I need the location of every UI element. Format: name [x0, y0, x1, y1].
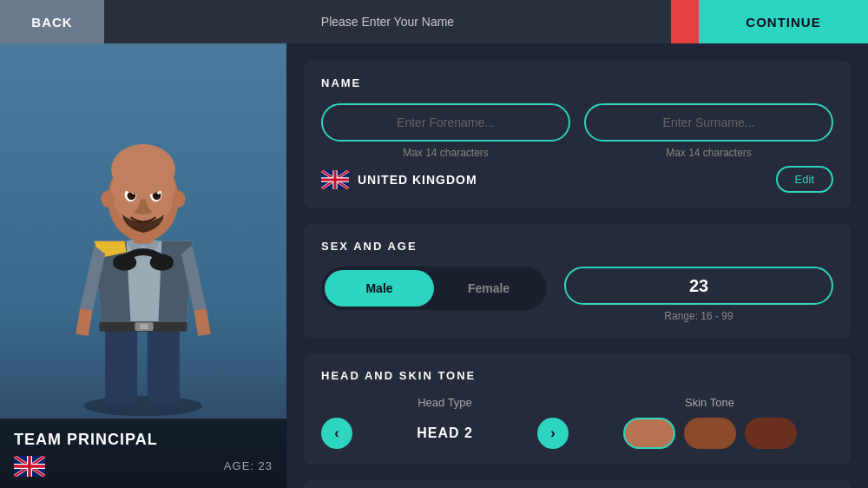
name-prompt-text: Please Enter Your Name: [321, 15, 454, 29]
sex-age-title: SEX AND AGE: [321, 240, 833, 253]
skin-swatch-1[interactable]: [623, 418, 675, 449]
character-figure: [30, 115, 256, 419]
age-value-display: 23: [564, 267, 833, 305]
country-flag-icon: [321, 170, 349, 189]
svg-rect-2: [148, 326, 180, 402]
right-panel: NAME Max 14 characters Max 14 characters: [286, 43, 868, 488]
head-type-area: Head Type ‹ HEAD 2 ›: [321, 396, 569, 449]
left-panel: TEAM PRINCIPAL AGE: 23: [0, 43, 286, 488]
role-label: TEAM PRINCIPAL: [14, 431, 273, 449]
head-skin-title: HEAD AND SKIN TONE: [321, 369, 833, 382]
back-button[interactable]: BACK: [0, 0, 104, 43]
hair-section: HAIR: [304, 480, 851, 488]
skin-swatch-3[interactable]: [745, 418, 797, 449]
head-skin-section: HEAD AND SKIN TONE Head Type ‹ HEAD 2 › …: [304, 353, 851, 465]
sex-age-row: Male Female 23 Range: 16 - 99: [321, 267, 833, 322]
svg-point-0: [84, 396, 202, 416]
surname-input[interactable]: [584, 103, 833, 142]
svg-point-12: [172, 191, 186, 208]
age-wrapper: 23 Range: 16 - 99: [564, 267, 833, 322]
svg-rect-1: [105, 326, 137, 402]
head-selector: ‹ HEAD 2 ›: [321, 418, 569, 449]
head-value-label: HEAD 2: [363, 425, 527, 441]
head-next-button[interactable]: ›: [537, 418, 569, 449]
svg-point-20: [157, 192, 160, 195]
top-bar: BACK Please Enter Your Name CONTINUE: [0, 0, 868, 43]
head-skin-row: Head Type ‹ HEAD 2 › Skin Tone: [321, 396, 833, 449]
gender-toggle: Male Female: [321, 267, 547, 310]
character-label-area: TEAM PRINCIPAL AGE: 23: [0, 419, 286, 488]
forename-input[interactable]: [321, 103, 570, 142]
age-display: AGE: 23: [224, 459, 273, 472]
name-inputs-row: Max 14 characters Max 14 characters: [321, 103, 833, 159]
svg-point-11: [101, 191, 115, 208]
red-indicator: [671, 0, 699, 43]
sex-age-section: SEX AND AGE Male Female 23 Range: 16 - 9…: [304, 224, 851, 338]
svg-rect-5: [140, 324, 148, 329]
female-option[interactable]: Female: [434, 270, 543, 307]
age-flag-row: AGE: 23: [14, 456, 273, 477]
country-name-label: UNITED KINGDOM: [358, 173, 477, 187]
continue-button[interactable]: CONTINUE: [699, 0, 868, 43]
surname-max-label: Max 14 characters: [666, 147, 752, 159]
skin-tone-label: Skin Tone: [685, 396, 734, 409]
country-row: UNITED KINGDOM Edit: [321, 166, 833, 193]
male-option[interactable]: Male: [325, 270, 434, 307]
character-area: [0, 43, 286, 419]
uk-flag-icon: [14, 456, 45, 477]
skin-swatches: [586, 418, 833, 449]
skin-tone-area: Skin Tone: [586, 396, 833, 449]
main-content: TEAM PRINCIPAL AGE: 23 NAME: [0, 43, 868, 488]
name-section-title: NAME: [321, 76, 833, 89]
name-prompt-area: Please Enter Your Name: [104, 0, 671, 43]
surname-wrapper: Max 14 characters: [584, 103, 833, 159]
edit-country-button[interactable]: Edit: [776, 166, 833, 193]
country-left: UNITED KINGDOM: [321, 170, 477, 189]
head-prev-button[interactable]: ‹: [321, 418, 352, 449]
name-section: NAME Max 14 characters Max 14 characters: [304, 61, 851, 208]
forename-wrapper: Max 14 characters: [321, 103, 570, 159]
svg-point-21: [111, 144, 175, 195]
age-range-label: Range: 16 - 99: [664, 310, 733, 322]
skin-swatch-2[interactable]: [684, 418, 736, 449]
head-type-label: Head Type: [418, 396, 472, 409]
forename-max-label: Max 14 characters: [403, 147, 489, 159]
